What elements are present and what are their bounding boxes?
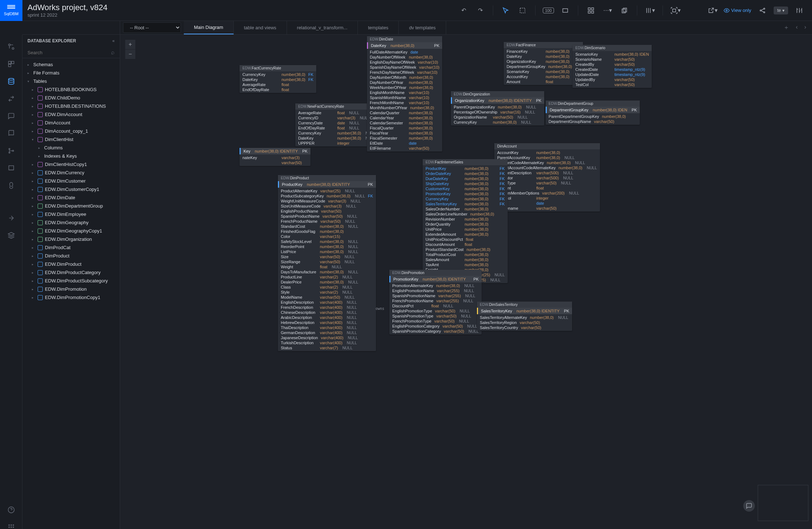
user-badge[interactable]: te ▾ (774, 7, 788, 14)
snippet-icon[interactable] (7, 163, 16, 173)
entity-column-row: CalendarYearnumber(38,0) (367, 115, 442, 120)
prev-tab-icon[interactable]: ‹ (796, 24, 798, 31)
tree-item[interactable]: ▸EDW.DimCustomer (22, 177, 120, 185)
chat-icon[interactable] (7, 111, 16, 121)
minimap[interactable] (758, 485, 808, 521)
canvas-area: + − EDW.FactCurrencyRateCurrencyKeynumbe… (120, 35, 812, 529)
tree-item[interactable]: ▸EDW.DimProductCategory (22, 268, 120, 277)
tree-item[interactable]: ▸DimAccount_copy_1 (22, 127, 120, 135)
entity-column-row: SalesTerritoryKeynumber(38,0)FK (423, 201, 508, 206)
app-logo[interactable]: SqlDBM (0, 0, 22, 21)
tree-item[interactable]: ▸EDW.DimGeography (22, 218, 120, 227)
apps-icon[interactable] (7, 522, 16, 529)
search-icon[interactable]: ⌕ (111, 49, 115, 56)
entity-column-row: OrderDateKeynumber(38,0)FK (423, 171, 508, 176)
tree-item[interactable]: ▸EDW.DimGeographyCopy1 (22, 227, 120, 235)
svg-rect-0 (520, 8, 525, 13)
redo-icon[interactable]: ↷ (475, 5, 486, 16)
view-icon[interactable]: ▾ (644, 5, 655, 16)
tree-item[interactable]: ▸EDW.DimEmployee (22, 210, 120, 218)
entity-header: DimAccount (494, 143, 600, 149)
root-selector[interactable]: -- Root -- (123, 22, 181, 33)
entity-dimDate[interactable]: EDW.DimDateDateKeynumber(38,0)PKFullDate… (367, 36, 442, 152)
pointer-icon[interactable] (500, 5, 511, 16)
tree-item[interactable]: ▸EDW.ChildDemo (22, 94, 120, 102)
tree-item[interactable]: ▾Tables (22, 77, 120, 85)
tree-label: DimClientHist (45, 137, 73, 142)
duplicate-icon[interactable] (619, 5, 630, 16)
tab-1[interactable]: table and views (234, 21, 287, 34)
align-icon[interactable]: ▾ (670, 5, 681, 16)
tree-item[interactable]: ▸File Formats (22, 69, 120, 77)
next-tab-icon[interactable]: › (804, 24, 806, 31)
entity-factCurrencyRate[interactable]: EDW.FactCurrencyRateCurrencyKeynumber(38… (240, 65, 316, 93)
tree-item[interactable]: ▸DimProduct (22, 252, 120, 260)
entity-dimSalesTerritory[interactable]: EDW.DimSalesTerritorySalesTerritoryKeynu… (477, 302, 572, 331)
entity-dimPromotion[interactable]: EDW.DimPromotionPromotionKeynumber(38,0)… (389, 270, 482, 334)
entity-dimScenario[interactable]: EDW.DimScenarioScenarioKeynumber(38,0) I… (572, 45, 652, 88)
pan-icon[interactable] (517, 5, 528, 16)
tree-item[interactable]: ▸DimProdCat (22, 243, 120, 252)
entity-dimDepartmentGroup[interactable]: EDW.DimDepartmentGroupDepartmentGroupKey… (546, 101, 640, 125)
diagram-canvas[interactable]: + − EDW.FactCurrencyRateCurrencyKeynumbe… (120, 35, 812, 529)
zoom-out-button[interactable]: − (125, 50, 135, 59)
layout-icon[interactable]: ⋯▾ (602, 5, 613, 16)
git-icon[interactable] (7, 146, 16, 155)
grid-icon[interactable] (585, 5, 596, 16)
entity-column-row: ScenarioKeynumber(38,0)FK (504, 69, 583, 74)
entity-dimAccount[interactable]: DimAccountAccountKeynumber(38,0)ParentAc… (494, 143, 600, 212)
entity-factFinance[interactable]: EDW.FactFinanceFinanceKeynumber(38,0)Dat… (504, 42, 583, 85)
entity-column-row: CustomerKeynumber(38,0)FK (423, 186, 508, 191)
tree-item[interactable]: ▾DimClientHist (22, 135, 120, 144)
share-icon[interactable] (757, 5, 768, 16)
tree-item[interactable]: ▸Schemas (22, 60, 120, 69)
tree-item[interactable]: ▸EDW.DimOrganization (22, 235, 120, 243)
tree-item[interactable]: ▸Indexes & Keys (22, 152, 120, 160)
tree-item[interactable]: ▸Columns (22, 144, 120, 152)
entity-factInternetSales[interactable]: EDW.FactInternetSalesProductKeynumber(38… (423, 159, 508, 283)
open-external-icon[interactable]: ▾ (707, 5, 718, 16)
undo-icon[interactable]: ↶ (458, 5, 469, 16)
add-tab-icon[interactable]: ＋ (783, 24, 789, 31)
tree-item[interactable]: ▸EDW.DimDepartmentGroup (22, 202, 120, 210)
tree-item[interactable]: ▸EDW.DimPromotionCopy1 (22, 293, 120, 302)
chat-bubble-icon[interactable] (743, 500, 755, 512)
view-only-indicator[interactable]: View only (724, 8, 751, 13)
tree-item[interactable]: ▸EDW.DimCustomerCopy1 (22, 185, 120, 193)
tab-2[interactable]: relational_v_transform... (287, 21, 358, 34)
search-input[interactable] (28, 50, 111, 55)
compare-icon[interactable] (7, 94, 16, 103)
api-icon[interactable] (7, 181, 16, 190)
tree-item[interactable]: ▸DimAccount (22, 119, 120, 127)
collapse-sidebar-icon[interactable]: « (112, 38, 115, 43)
database-icon[interactable] (7, 77, 16, 86)
views-icon[interactable] (7, 59, 16, 69)
help-icon[interactable] (7, 505, 16, 515)
zoom-in-button[interactable]: + (125, 40, 135, 49)
tree-item[interactable]: ▸HOTELBNB.BOOKINGS (22, 85, 120, 94)
entity-dimProduct[interactable]: EDW.DimProductProductKeynumber(38,0) IDE… (278, 175, 376, 351)
tree-item[interactable]: ▸EDW.DimCurrency (22, 168, 120, 177)
tree-item[interactable]: ▸HOTELBNB.DESTINATIONS (22, 102, 120, 110)
entity-dimOrganization[interactable]: EDW.DimOrganizationOrganizationKeynumber… (451, 91, 544, 125)
tree-item[interactable]: ▸EDW.DimAccount (22, 110, 120, 119)
tree-label: EDW.DimOrganization (45, 236, 92, 242)
tab-0[interactable]: Main Diagram (184, 21, 234, 34)
layers-icon[interactable] (7, 231, 16, 240)
entity-column-row: Statusvarchar(7)NULL (278, 345, 376, 350)
docs-icon[interactable] (7, 129, 16, 138)
entity-unnamed[interactable]: Keynumber(38,0) IDENTITYPKnateKeyvarchar… (240, 148, 310, 166)
filter-icon[interactable] (794, 5, 805, 16)
tree-item[interactable]: ▸EDW.DimProduct (22, 260, 120, 268)
import-icon[interactable] (7, 213, 16, 223)
tree-item[interactable]: ▸EDW.DimProductSubcategory (22, 277, 120, 285)
tree-item[interactable]: ▸DimClientHistCopy1 (22, 160, 120, 168)
tab-4[interactable]: dv templates (399, 21, 446, 34)
zoom-level-badge[interactable]: 100 (543, 8, 554, 13)
diagram-icon[interactable] (7, 42, 16, 51)
tab-3[interactable]: templates (358, 21, 399, 34)
tree-item[interactable]: ▸EDW.DimDate (22, 193, 120, 202)
fit-icon[interactable] (560, 5, 571, 16)
caret-icon: ▸ (32, 121, 35, 125)
tree-item[interactable]: ▸EDW.DimPromotion (22, 285, 120, 293)
